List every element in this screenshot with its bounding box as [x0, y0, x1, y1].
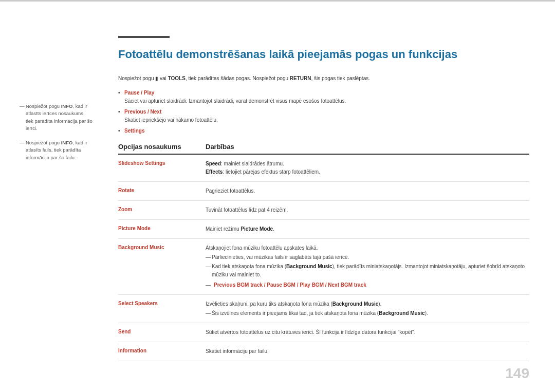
sidebar-item-2: Nospiežot pogu INFO, kad ir atlasīts fai… — [21, 139, 92, 161]
rotate-desc: Pagrieziet fotoattēlus. — [206, 188, 255, 194]
row-name-zoom: Zoom — [118, 206, 206, 212]
bullet-label-pause: Pause / Play — [124, 90, 154, 96]
table-row-bgm: Background Music Atskaņojiet fona mūziku… — [118, 239, 529, 295]
picture-mode-desc: Mainiet režīmu Picture Mode. — [206, 226, 274, 232]
bgm-dash-2: Kad tiek atskaņota fona mūzika (Backgrou… — [206, 263, 529, 279]
bullet-list: Pause / Play Sāciet vai apturiet slaidrā… — [118, 89, 529, 135]
row-name-select-speakers: Select Speakers — [118, 300, 206, 306]
page-number: 149 — [505, 365, 529, 382]
table-row-zoom: Zoom Tuvināt fotoattēlus līdz pat 4 reiz… — [118, 201, 529, 220]
bgm-track-line: Previous BGM track / Pause BGM / Play BG… — [206, 281, 529, 289]
speakers-dash-1: Šis izvēlnes elements ir pieejams tikai … — [206, 309, 529, 318]
row-name-picture-mode: Picture Mode — [118, 225, 206, 231]
row-name-bgm: Background Music — [118, 244, 206, 250]
speakers-main-desc: Izvēlieties skaļruni, pa kuru tiks atska… — [206, 301, 381, 307]
bullet-item-prev: Previous / Next Skatiet iepriekšējo vai … — [118, 108, 529, 124]
row-desc-information: Skatiet informāciju par failu. — [206, 347, 529, 356]
send-desc: Sūtiet atvērtos fotoattēlus uz citu krāt… — [206, 329, 415, 335]
slideshow-speed: Speed: mainiet slaidrādes ātrumu. — [206, 161, 284, 166]
table-row-slideshow: Slideshow Settings Speed: mainiet slaidr… — [118, 155, 529, 182]
table-row-rotate: Rotate Pagrieziet fotoattēlus. — [118, 182, 529, 201]
sidebar: Nospiežot pogu INFO, kad ir atlasīts ier… — [0, 21, 103, 377]
accent-bar — [118, 36, 170, 38]
bullet-desc-pause: Sāciet vai apturiet slaidrādi. Izmantojo… — [124, 97, 529, 105]
bgm-dash-1: Pārliecinieties, vai mūzikas fails ir sa… — [206, 253, 529, 262]
table-row-send: Send Sūtiet atvērtos fotoattēlus uz citu… — [118, 323, 529, 342]
col-name-header: Opcijas nosaukums — [118, 143, 206, 151]
row-desc-slideshow: Speed: mainiet slaidrādes ātrumu. Effect… — [206, 160, 529, 176]
table-header: Opcijas nosaukums Darbības — [118, 143, 529, 155]
intro-text: Nospiežot pogu ▮ vai TOOLS, tiek parādīt… — [118, 74, 529, 83]
bullet-item-pause: Pause / Play Sāciet vai apturiet slaidrā… — [118, 89, 529, 105]
bgm-links: Previous BGM track / Pause BGM / Play BG… — [214, 282, 366, 288]
row-name-slideshow: Slideshow Settings — [118, 160, 206, 166]
options-table: Opcijas nosaukums Darbības Slideshow Set… — [118, 143, 529, 361]
row-desc-rotate: Pagrieziet fotoattēlus. — [206, 187, 529, 195]
bullet-label-prev: Previous / Next — [124, 109, 161, 115]
col-action-header: Darbības — [206, 143, 529, 151]
table-row-select-speakers: Select Speakers Izvēlieties skaļruni, pa… — [118, 295, 529, 323]
row-name-information: Information — [118, 347, 206, 353]
row-desc-send: Sūtiet atvērtos fotoattēlus uz citu krāt… — [206, 328, 529, 337]
zoom-desc: Tuvināt fotoattēlus līdz pat 4 reizēm. — [206, 207, 288, 213]
top-border — [0, 0, 555, 2]
table-row-picture-mode: Picture Mode Mainiet režīmu Picture Mode… — [118, 220, 529, 239]
main-content: Fotoattēlu demonstrēšanas laikā pieejamā… — [103, 21, 555, 377]
row-name-send: Send — [118, 328, 206, 334]
page-title: Fotoattēlu demonstrēšanas laikā pieejamā… — [118, 47, 529, 62]
information-desc: Skatiet informāciju par failu. — [206, 348, 269, 354]
table-row-information: Information Skatiet informāciju par fail… — [118, 342, 529, 361]
row-desc-picture-mode: Mainiet režīmu Picture Mode. — [206, 225, 529, 233]
row-desc-select-speakers: Izvēlieties skaļruni, pa kuru tiks atska… — [206, 300, 529, 318]
bullet-item-settings: Settings — [118, 127, 529, 135]
row-name-rotate: Rotate — [118, 187, 206, 193]
sidebar-item-1: Nospiežot pogu INFO, kad ir atlasīts ier… — [21, 103, 92, 132]
row-desc-zoom: Tuvināt fotoattēlus līdz pat 4 reizēm. — [206, 206, 529, 214]
row-desc-bgm: Atskaņojiet fona mūziku fotoattēlu apska… — [206, 244, 529, 289]
slideshow-effects: Effects: lietojiet pārejas efektus starp… — [206, 169, 320, 175]
bgm-main-desc: Atskaņojiet fona mūziku fotoattēlu apska… — [206, 245, 318, 251]
bullet-desc-prev: Skatiet iepriekšējo vai nākamo fotoattēl… — [124, 116, 529, 124]
bullet-label-settings: Settings — [124, 128, 144, 134]
